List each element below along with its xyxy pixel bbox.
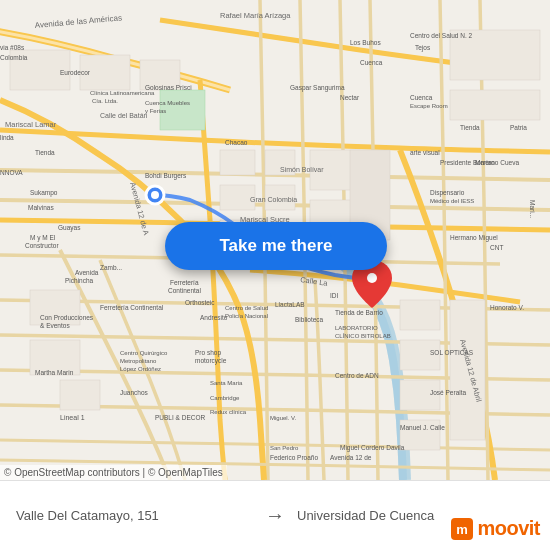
svg-text:Con Producciones: Con Producciones xyxy=(40,314,94,321)
svg-text:Biblioteca: Biblioteca xyxy=(295,316,324,323)
moovit-logo: m moovit xyxy=(451,517,540,540)
svg-text:Mari...: Mari... xyxy=(529,200,536,218)
svg-text:linda: linda xyxy=(0,134,14,141)
svg-text:Mariano Cueva: Mariano Cueva xyxy=(475,159,519,166)
svg-text:Sukampo: Sukampo xyxy=(30,189,58,197)
svg-text:López Ordóñez: López Ordóñez xyxy=(120,366,161,372)
svg-text:Dispensario: Dispensario xyxy=(430,189,465,197)
svg-text:Colombia: Colombia xyxy=(0,54,28,61)
svg-text:Juanchos: Juanchos xyxy=(120,389,149,396)
map-container: Avenida de las Américas Rafael María Arí… xyxy=(0,0,550,480)
svg-text:Los Buhos: Los Buhos xyxy=(350,39,381,46)
svg-text:Santa Maria: Santa Maria xyxy=(210,380,243,386)
svg-text:Simón Bolívar: Simón Bolívar xyxy=(280,166,324,173)
svg-rect-22 xyxy=(160,90,205,130)
svg-text:Andresito: Andresito xyxy=(200,314,228,321)
svg-text:Orthosteic: Orthosteic xyxy=(185,299,215,306)
svg-text:Constructor: Constructor xyxy=(25,242,59,249)
svg-text:Ferretería: Ferretería xyxy=(170,279,199,286)
route-arrow-icon: → xyxy=(265,504,285,527)
svg-text:Bohdi Burgers: Bohdi Burgers xyxy=(145,172,187,180)
svg-text:Ferretería Continental: Ferretería Continental xyxy=(100,304,164,311)
svg-text:Centro de ADN: Centro de ADN xyxy=(335,372,379,379)
svg-text:PUBLI & DECOR: PUBLI & DECOR xyxy=(155,414,206,421)
svg-text:CNT: CNT xyxy=(490,244,503,251)
svg-text:Centro del Salud N. 2: Centro del Salud N. 2 xyxy=(410,32,473,39)
svg-text:IDI: IDI xyxy=(330,292,339,299)
svg-text:Centro Quirúrgico: Centro Quirúrgico xyxy=(120,350,168,356)
svg-text:Calle del Batán: Calle del Batán xyxy=(100,112,148,119)
svg-text:Miguel. V.: Miguel. V. xyxy=(270,415,296,421)
svg-text:y Ferias: y Ferias xyxy=(145,108,166,114)
svg-text:Centro de Salud: Centro de Salud xyxy=(225,305,268,311)
svg-rect-16 xyxy=(60,380,100,410)
svg-text:Federico Proaño: Federico Proaño xyxy=(270,454,318,461)
svg-text:motorcycle: motorcycle xyxy=(195,357,227,365)
svg-text:NNOVA: NNOVA xyxy=(0,169,23,176)
svg-text:Lineal 1: Lineal 1 xyxy=(60,414,85,421)
svg-text:Mariscal Lamar: Mariscal Lamar xyxy=(5,120,57,129)
svg-text:& Eventos: & Eventos xyxy=(40,322,70,329)
svg-text:San Pedro: San Pedro xyxy=(270,445,299,451)
svg-text:Avenida: Avenida xyxy=(75,269,99,276)
svg-text:Rafael María Arízaga: Rafael María Arízaga xyxy=(220,11,291,20)
svg-text:Manuel J. Calle: Manuel J. Calle xyxy=(400,424,445,431)
svg-text:arte visual: arte visual xyxy=(410,149,440,156)
svg-rect-5 xyxy=(450,90,540,120)
svg-text:Malvinas: Malvinas xyxy=(28,204,54,211)
route-from-label: Valle Del Catamayo, 151 xyxy=(16,508,253,523)
svg-text:José Peralta: José Peralta xyxy=(430,389,467,396)
svg-point-26 xyxy=(367,273,377,283)
moovit-icon: m xyxy=(451,518,473,540)
svg-text:Cuenca Muebles: Cuenca Muebles xyxy=(145,100,190,106)
svg-text:Continental: Continental xyxy=(168,287,201,294)
svg-text:CLÍNICO BITROLAB: CLÍNICO BITROLAB xyxy=(335,333,391,339)
svg-text:Escape Room: Escape Room xyxy=(410,103,448,109)
svg-text:Policía Nacional: Policía Nacional xyxy=(225,313,268,319)
svg-text:Patria: Patria xyxy=(510,124,527,131)
svg-text:Cuenca: Cuenca xyxy=(410,94,433,101)
take-me-there-button[interactable]: Take me there xyxy=(165,222,387,270)
svg-text:Golosinas Prisci: Golosinas Prisci xyxy=(145,84,192,91)
svg-text:Tienda: Tienda xyxy=(460,124,480,131)
svg-text:Nectar: Nectar xyxy=(340,94,360,101)
svg-text:LABORATORIO: LABORATORIO xyxy=(335,325,378,331)
svg-text:Chacao: Chacao xyxy=(225,139,248,146)
svg-text:Pro shop: Pro shop xyxy=(195,349,221,357)
svg-text:Metropolitano: Metropolitano xyxy=(120,358,157,364)
svg-text:Guayas: Guayas xyxy=(58,224,81,232)
svg-text:Eurodecor: Eurodecor xyxy=(60,69,91,76)
svg-text:Médico del IESS: Médico del IESS xyxy=(430,198,474,204)
svg-text:Pichincha: Pichincha xyxy=(65,277,94,284)
svg-text:LlactaLAB: LlactaLAB xyxy=(275,301,305,308)
svg-text:Martha Marin: Martha Marin xyxy=(35,369,74,376)
svg-text:Honorato V.: Honorato V. xyxy=(490,304,524,311)
osm-attribution: © OpenStreetMap contributors | © OpenMap… xyxy=(0,465,227,480)
svg-text:Zamb...: Zamb... xyxy=(100,264,122,271)
svg-text:Tienda de Barrio: Tienda de Barrio xyxy=(335,309,383,316)
svg-text:Redux clínica: Redux clínica xyxy=(210,409,247,415)
svg-rect-17 xyxy=(400,300,440,330)
svg-rect-6 xyxy=(220,150,255,175)
route-from: Valle Del Catamayo, 151 xyxy=(16,508,253,523)
svg-text:Cía. Ltda.: Cía. Ltda. xyxy=(92,98,118,104)
svg-text:Cambridge: Cambridge xyxy=(210,395,240,401)
svg-text:Miguel Cordero Davila: Miguel Cordero Davila xyxy=(340,444,405,452)
svg-text:Cuenca: Cuenca xyxy=(360,59,383,66)
svg-text:Gran Colombia: Gran Colombia xyxy=(250,196,297,203)
bottom-bar: Valle Del Catamayo, 151 → Universidad De… xyxy=(0,480,550,550)
svg-text:Avenida 12 de: Avenida 12 de xyxy=(330,454,372,461)
svg-text:Tejos: Tejos xyxy=(415,44,431,52)
svg-text:Tienda: Tienda xyxy=(35,149,55,156)
svg-text:m: m xyxy=(457,522,469,537)
svg-text:Hermano Miguel: Hermano Miguel xyxy=(450,234,498,242)
svg-text:Gaspar Sangurima: Gaspar Sangurima xyxy=(290,84,345,92)
svg-point-24 xyxy=(151,191,159,199)
moovit-brand-text: moovit xyxy=(477,517,540,540)
svg-text:via #08s: via #08s xyxy=(0,44,25,51)
svg-text:M y M El: M y M El xyxy=(30,234,56,242)
